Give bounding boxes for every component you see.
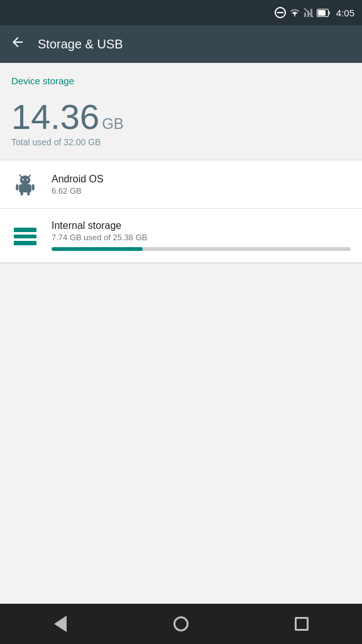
android-os-subtitle: 6.62 GB <box>52 186 351 196</box>
nav-bar <box>0 604 362 644</box>
android-os-text: Android OS 6.62 GB <box>52 174 351 196</box>
storage-total-text: Total used of 32.00 GB <box>11 137 351 147</box>
nav-recent-button[interactable] <box>286 608 317 640</box>
svg-point-10 <box>23 179 24 180</box>
storage-used-container: 14.36GB Total used of 32.00 GB <box>0 94 362 160</box>
internal-storage-subtitle: 7.74 GB used of 25.38 GB <box>52 233 351 242</box>
internal-storage-title: Internal storage <box>52 220 351 231</box>
svg-rect-6 <box>318 10 326 16</box>
svg-point-9 <box>20 175 30 185</box>
svg-rect-14 <box>32 184 35 191</box>
status-icons: 4:05 <box>275 7 354 18</box>
nav-recent-icon <box>295 617 309 631</box>
android-os-icon <box>11 170 39 198</box>
internal-storage-progress-fill <box>52 247 143 251</box>
back-button[interactable] <box>10 35 25 53</box>
storage-line-1 <box>14 228 36 232</box>
device-storage-header: Device storage <box>0 63 362 94</box>
svg-rect-15 <box>21 191 23 196</box>
nav-home-button[interactable] <box>165 608 197 640</box>
battery-icon <box>317 9 331 17</box>
signal-icon <box>304 8 314 18</box>
internal-storage-progress-bar <box>52 247 351 251</box>
storage-line-2 <box>14 235 36 239</box>
nav-home-icon <box>173 616 189 631</box>
storage-line-3 <box>14 241 36 245</box>
app-bar: Storage & USB <box>0 25 362 63</box>
dnd-line-icon <box>277 12 283 13</box>
nav-back-icon <box>54 616 67 632</box>
android-os-title: Android OS <box>52 174 351 185</box>
svg-rect-5 <box>328 11 330 14</box>
svg-rect-12 <box>19 184 31 192</box>
wifi-icon <box>289 8 300 17</box>
svg-rect-16 <box>27 191 30 196</box>
internal-storage-icon <box>11 223 39 250</box>
internal-storage-item[interactable]: Internal storage 7.74 GB used of 25.38 G… <box>0 209 362 263</box>
divider-bottom <box>0 263 362 264</box>
storage-used-value: 14.36 <box>11 97 99 136</box>
storage-used-display: 14.36GB <box>11 99 351 135</box>
device-storage-label: Device storage <box>11 75 74 86</box>
android-robot-icon <box>14 173 36 196</box>
internal-storage-text: Internal storage 7.74 GB used of 25.38 G… <box>52 220 351 251</box>
svg-rect-13 <box>16 184 18 191</box>
storage-used-number: 14.36GB <box>11 97 124 136</box>
dnd-icon <box>275 7 286 18</box>
storage-used-unit: GB <box>102 115 124 132</box>
status-time: 4:05 <box>336 8 354 18</box>
app-bar-title: Storage & USB <box>38 37 123 52</box>
svg-point-11 <box>26 179 28 180</box>
status-bar: 4:05 <box>0 0 362 25</box>
nav-back-button[interactable] <box>45 608 76 640</box>
android-os-item[interactable]: Android OS 6.62 GB <box>0 160 362 209</box>
storage-lines-icon <box>14 228 36 245</box>
svg-rect-0 <box>304 13 306 17</box>
main-content: Device storage 14.36GB Total used of 32.… <box>0 63 362 604</box>
